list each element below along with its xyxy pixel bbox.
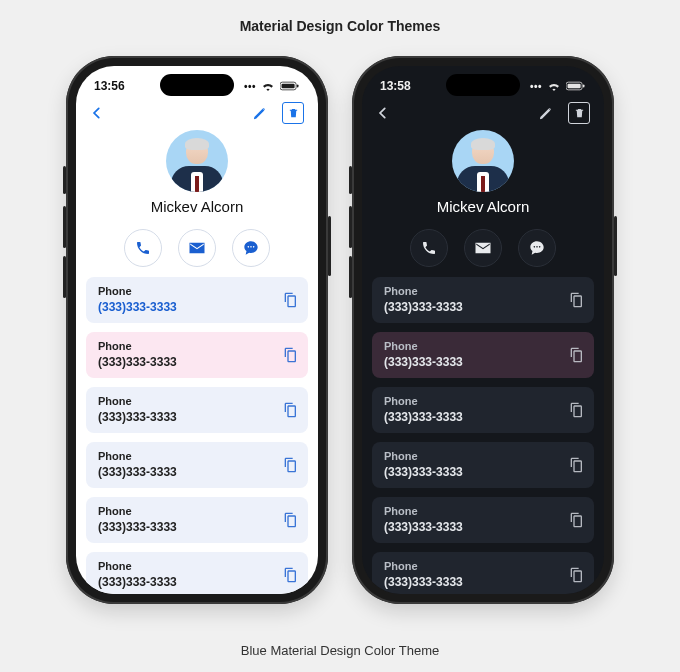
list-item-value: (333)333-3333 bbox=[98, 355, 177, 369]
profile-section: Mickev Alcorn bbox=[76, 128, 318, 221]
chat-icon bbox=[529, 240, 545, 256]
call-button[interactable] bbox=[124, 229, 162, 267]
phone-icon bbox=[421, 240, 437, 256]
delete-button[interactable] bbox=[568, 102, 590, 124]
battery-icon bbox=[280, 81, 300, 91]
list-item-label: Phone bbox=[384, 340, 463, 352]
copy-icon bbox=[282, 512, 298, 528]
svg-rect-2 bbox=[297, 84, 299, 87]
avatar[interactable] bbox=[166, 130, 228, 192]
list-item[interactable]: Phone(333)333-3333 bbox=[372, 387, 594, 433]
mail-button[interactable] bbox=[464, 229, 502, 267]
wifi-icon bbox=[261, 81, 275, 91]
copy-icon bbox=[282, 347, 298, 363]
pencil-icon bbox=[538, 106, 553, 121]
list-item-value: (333)333-3333 bbox=[384, 575, 463, 589]
list-item-label: Phone bbox=[98, 285, 177, 297]
phone-stage: 13:56 ••• bbox=[0, 56, 680, 604]
copy-icon bbox=[282, 567, 298, 583]
page-title: Material Design Color Themes bbox=[0, 0, 680, 34]
copy-button[interactable] bbox=[282, 457, 298, 473]
edit-button[interactable] bbox=[534, 102, 556, 124]
copy-icon bbox=[568, 347, 584, 363]
dynamic-island bbox=[446, 74, 520, 96]
list-item-value: (333)333-3333 bbox=[98, 520, 177, 534]
mail-icon bbox=[474, 241, 492, 255]
contact-name: Mickev Alcorn bbox=[76, 198, 318, 215]
copy-button[interactable] bbox=[282, 402, 298, 418]
list-item-label: Phone bbox=[384, 285, 463, 297]
copy-icon bbox=[568, 512, 584, 528]
cellular-icon: ••• bbox=[244, 81, 256, 92]
copy-icon bbox=[282, 457, 298, 473]
list-item[interactable]: Phone(333)333-3333 bbox=[86, 497, 308, 543]
back-button[interactable] bbox=[372, 102, 394, 124]
avatar[interactable] bbox=[452, 130, 514, 192]
back-button[interactable] bbox=[86, 102, 108, 124]
top-bar bbox=[76, 96, 318, 128]
chat-button[interactable] bbox=[518, 229, 556, 267]
list-item-value: (333)333-3333 bbox=[98, 465, 177, 479]
copy-button[interactable] bbox=[568, 402, 584, 418]
list-item[interactable]: Phone(333)333-3333 bbox=[86, 277, 308, 323]
list-item-value: (333)333-3333 bbox=[384, 520, 463, 534]
copy-button[interactable] bbox=[568, 567, 584, 583]
list-item-label: Phone bbox=[98, 450, 177, 462]
dynamic-island bbox=[160, 74, 234, 96]
battery-icon bbox=[566, 81, 586, 91]
list-item[interactable]: Phone(333)333-3333 bbox=[372, 442, 594, 488]
list-item-value: (333)333-3333 bbox=[384, 300, 463, 314]
chevron-left-icon bbox=[90, 106, 104, 120]
list-item-label: Phone bbox=[384, 505, 463, 517]
copy-icon bbox=[568, 457, 584, 473]
copy-button[interactable] bbox=[568, 347, 584, 363]
copy-button[interactable] bbox=[568, 512, 584, 528]
list-item-label: Phone bbox=[98, 505, 177, 517]
list-item-value: (333)333-3333 bbox=[98, 575, 177, 589]
wifi-icon bbox=[547, 81, 561, 91]
mail-button[interactable] bbox=[178, 229, 216, 267]
list-item[interactable]: Phone(333)333-3333 bbox=[86, 442, 308, 488]
svg-rect-1 bbox=[282, 84, 295, 89]
list-item-label: Phone bbox=[98, 340, 177, 352]
phone-icon bbox=[135, 240, 151, 256]
svg-rect-4 bbox=[568, 84, 581, 89]
chat-icon bbox=[243, 240, 259, 256]
trash-icon bbox=[288, 107, 299, 119]
status-time: 13:58 bbox=[380, 79, 411, 93]
list-item[interactable]: Phone(333)333-3333 bbox=[372, 552, 594, 594]
list-item[interactable]: Phone(333)333-3333 bbox=[86, 332, 308, 378]
copy-icon bbox=[282, 292, 298, 308]
list-item[interactable]: Phone(333)333-3333 bbox=[372, 332, 594, 378]
copy-button[interactable] bbox=[282, 292, 298, 308]
chat-button[interactable] bbox=[232, 229, 270, 267]
call-button[interactable] bbox=[410, 229, 448, 267]
caption: Blue Material Design Color Theme bbox=[0, 643, 680, 658]
copy-button[interactable] bbox=[568, 292, 584, 308]
copy-icon bbox=[568, 402, 584, 418]
list-item-label: Phone bbox=[384, 560, 463, 572]
delete-button[interactable] bbox=[282, 102, 304, 124]
phone-dark: 13:58 ••• bbox=[352, 56, 614, 604]
copy-button[interactable] bbox=[282, 567, 298, 583]
copy-button[interactable] bbox=[282, 512, 298, 528]
edit-button[interactable] bbox=[248, 102, 270, 124]
list-item[interactable]: Phone(333)333-3333 bbox=[372, 277, 594, 323]
copy-icon bbox=[568, 567, 584, 583]
list-item-label: Phone bbox=[98, 395, 177, 407]
profile-section: Mickev Alcorn bbox=[362, 128, 604, 221]
list-item[interactable]: Phone(333)333-3333 bbox=[86, 552, 308, 594]
cellular-icon: ••• bbox=[530, 81, 542, 92]
copy-button[interactable] bbox=[282, 347, 298, 363]
list-item-value: (333)333-3333 bbox=[384, 410, 463, 424]
copy-icon bbox=[568, 292, 584, 308]
list-item-label: Phone bbox=[98, 560, 177, 572]
action-row bbox=[76, 229, 318, 267]
copy-button[interactable] bbox=[568, 457, 584, 473]
contact-list: Phone(333)333-3333Phone(333)333-3333Phon… bbox=[362, 277, 604, 594]
list-item-value: (333)333-3333 bbox=[98, 300, 177, 314]
contact-list: Phone(333)333-3333Phone(333)333-3333Phon… bbox=[76, 277, 318, 594]
list-item[interactable]: Phone(333)333-3333 bbox=[86, 387, 308, 433]
mail-icon bbox=[188, 241, 206, 255]
list-item[interactable]: Phone(333)333-3333 bbox=[372, 497, 594, 543]
